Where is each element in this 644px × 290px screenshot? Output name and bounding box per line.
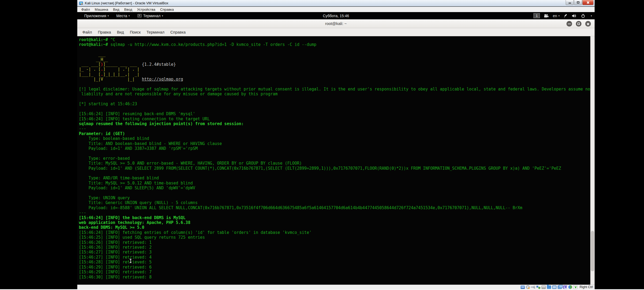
terminal-line: Payload: id=-8588' UNION ALL SELECT NULL… <box>79 205 590 210</box>
host-menu-file[interactable]: Файл <box>79 8 92 12</box>
terminal-scrollbar[interactable] <box>590 36 595 285</box>
optical-drive-status-icon[interactable] <box>526 285 530 289</box>
host-window-title: Kali Linux (чистая) [Работает] - Oracle … <box>85 1 168 5</box>
terminal-line: Title: MySQL >= 5.0.12 AND time-based bl… <box>79 181 590 186</box>
applications-menu[interactable]: Приложения▾ <box>80 14 112 18</box>
restore-button[interactable] <box>574 0 582 5</box>
terminal-line: --- <box>79 126 590 131</box>
terminal-line: Payload: id=1' AND SLEEP(5) AND 'dpWV'='… <box>79 186 590 190</box>
terminal-line: [15:46:27] [INFO] retrieved: 4 <box>79 255 590 260</box>
terminal-line: sqlmap resumed the following injection p… <box>79 121 590 126</box>
chevron-down-icon: ▾ <box>108 15 109 17</box>
terminal-titlebar[interactable]: root@kali: ~ <box>77 19 595 28</box>
maximize-icon <box>577 23 580 25</box>
restore-icon <box>577 1 579 3</box>
workspace-indicator[interactable]: 1 <box>533 13 540 18</box>
terminal-line: [15:46:28] [INFO] retrieved: 5 <box>79 260 590 264</box>
terminal-line: ___ ___[)]_____ ___ ___ {1.2.4#stable} <box>79 62 590 67</box>
minimize-button[interactable] <box>566 0 574 5</box>
terminal-line: [15:46:29] [INFO] retrieved: 6 <box>79 265 590 270</box>
virtualization-status-icon[interactable] <box>563 285 567 289</box>
display-status-icon[interactable] <box>552 285 557 289</box>
terminal-line <box>79 191 590 195</box>
terminal-line: Type: UNION query <box>79 195 590 200</box>
terminal-line: Payload: id=1' AND 3387=3387 AND 'rpSM'=… <box>79 146 590 151</box>
pencil-tool-icon[interactable] <box>564 14 568 18</box>
terminal-line: |_|V |_| http://sqlmap.org <box>79 77 590 82</box>
host-menu-devices[interactable]: Устройства <box>135 8 158 12</box>
recording-status-icon[interactable] <box>558 285 562 289</box>
terminal-line: [15:46:25] [INFO] used SQL query returns… <box>79 235 590 240</box>
host-menu-help[interactable]: Справка <box>158 8 176 12</box>
terminal-line: [15:46:27] [INFO] retrieved: 3 <box>79 250 590 255</box>
terminal-line: root@kali:~# sqlmap -u http://www.kvm.co… <box>79 42 590 47</box>
terminal-line: Title: MySQL >= 5.0 AND error-based - WH… <box>79 161 590 166</box>
terminal-line: [15:46:29] [INFO] retrieved: 7 <box>79 270 590 274</box>
scrollbar-thumb[interactable] <box>591 231 594 271</box>
host-menu-input[interactable]: Ввод <box>122 8 135 12</box>
terminal-line: ___ <box>79 52 590 57</box>
terminal-line: [15:46:24] [INFO] testing connection to … <box>79 117 590 121</box>
terminal-line: liability and are not responsible for an… <box>79 92 590 96</box>
host-window-controls <box>565 0 594 5</box>
chevron-down-icon: ▾ <box>162 15 163 17</box>
harddisk-status-icon[interactable] <box>521 285 525 289</box>
terminal-line: root@kali:~# ^C <box>79 37 590 42</box>
terminal-line: Payload: id=1' AND (SELECT 2899 FROM(SEL… <box>79 166 590 171</box>
terminal-maximize-button[interactable] <box>576 21 581 27</box>
terminal-line: --- <box>79 210 590 215</box>
terminal-menu-edit[interactable]: Правка <box>95 30 114 34</box>
terminal-line: Title: Generic UNION query (NULL) - 5 co… <box>79 200 590 205</box>
power-icon[interactable] <box>581 14 585 18</box>
terminal-line: [15:46:24] [INFO] resuming back-end DBMS… <box>79 111 590 116</box>
terminal-line: [*] starting at 15:46:23 <box>79 102 590 106</box>
terminal-line: [15:46:24] [INFO] the back-end DBMS is M… <box>79 215 590 220</box>
terminal-menu-help[interactable]: Справка <box>167 30 189 34</box>
usb-status-icon[interactable] <box>541 285 546 289</box>
terminal-close-button[interactable] <box>585 21 591 27</box>
clock[interactable]: Суббота, 15:46 <box>323 14 349 18</box>
terminal-menu-view[interactable]: Вид <box>114 30 127 34</box>
system-menu-chevron-icon[interactable]: ▾ <box>591 15 592 17</box>
terminal-menubar: Файл Правка Вид Поиск Терминал Справка <box>77 28 595 36</box>
terminal-menu-search[interactable]: Поиск <box>127 30 144 34</box>
terminal-line <box>79 82 590 87</box>
host-titlebar[interactable]: Kali Linux (чистая) [Работает] - Oracle … <box>77 0 595 6</box>
terminal-line <box>79 171 590 176</box>
terminal-line: [15:46:26] [INFO] retrieved: 1 <box>79 240 590 245</box>
mouse-integration-status-icon[interactable] <box>568 285 572 289</box>
vm-window-icon <box>79 1 83 5</box>
terminal-line: [15:46:30] [INFO] retrieved: 8 <box>79 275 590 280</box>
keyboard-layout-indicator[interactable]: en▾ <box>553 14 559 18</box>
audio-status-icon[interactable] <box>531 285 535 289</box>
host-menu-machine[interactable]: Машина <box>92 8 111 12</box>
host-menu-view[interactable]: Вид <box>111 8 122 12</box>
terminal-line: Title: AND boolean-based blind - WHERE o… <box>79 141 590 146</box>
shared-folders-status-icon[interactable] <box>547 285 551 289</box>
terminal-line <box>79 97 590 102</box>
terminal-menu-terminal[interactable]: Терминал <box>144 30 167 34</box>
terminal-line: [15:46:26] [INFO] retrieved: 2 <box>79 245 590 250</box>
host-key-label: Right Ctrl <box>580 285 593 289</box>
terminal-line: web application technology: Apache, PHP … <box>79 220 590 225</box>
terminal-title: root@kali: ~ <box>325 21 347 26</box>
vbox-status-bar: Right Ctrl <box>77 285 595 289</box>
screen-recorder-icon[interactable] <box>544 14 549 18</box>
terminal-window: root@kali: ~ Файл Правка Вид Поиск Терми… <box>77 19 595 285</box>
terminal-line: Type: boolean-based blind <box>79 136 590 141</box>
volume-icon[interactable] <box>572 14 577 18</box>
close-button[interactable] <box>582 0 594 5</box>
chevron-down-icon: ▾ <box>129 15 130 17</box>
terminal-menu-file[interactable]: Файл <box>79 30 95 34</box>
terminal-line: |_ -| . [.] | .'| . | <box>79 67 590 72</box>
terminal-output[interactable]: root@kali:~# ^Croot@kali:~# sqlmap -u ht… <box>79 37 590 285</box>
terminal-app-menu[interactable]: Терминал▾ <box>134 14 167 18</box>
text-cursor-ibeam <box>129 259 132 263</box>
minimize-icon <box>569 3 571 3</box>
terminal-line: Type: error-based <box>79 156 590 161</box>
network-status-icon[interactable] <box>536 285 540 289</box>
terminal-minimize-button[interactable] <box>566 21 572 27</box>
keyboard-capture-status-icon[interactable] <box>573 285 577 289</box>
places-menu[interactable]: Места▾ <box>112 14 133 18</box>
terminal-line: Parameter: id (GET) <box>79 131 590 136</box>
